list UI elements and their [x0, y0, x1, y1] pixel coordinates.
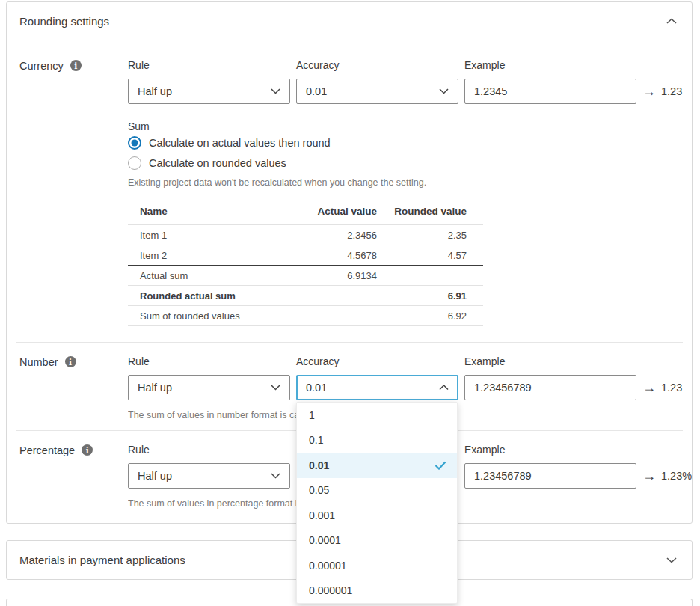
chevron-down-icon	[271, 385, 280, 391]
number-label-group: Number i	[19, 355, 128, 368]
rounding-example-table: Name Actual value Rounded value Item 1 2…	[128, 198, 483, 326]
number-rule-value: Half up	[138, 382, 172, 394]
check-icon	[435, 461, 446, 470]
option-label: 0.0001	[309, 534, 341, 546]
cell-rounded: 6.92	[377, 310, 467, 322]
percentage-example-input[interactable]	[464, 463, 636, 489]
info-icon[interactable]: i	[65, 356, 76, 367]
example-label: Example	[464, 444, 636, 456]
table-row: Actual sum 6.9134	[128, 266, 483, 286]
table-row: Rounded actual sum 6.91	[128, 286, 483, 306]
cell-actual: 6.9134	[268, 270, 377, 281]
chevron-down-icon[interactable]	[666, 557, 677, 563]
accuracy-option-selected[interactable]: 0.01	[297, 453, 457, 478]
percentage-label-group: Percentage i	[19, 444, 128, 456]
sum-note: Existing project data won't be recalcula…	[128, 177, 682, 189]
radio-actual-then-round[interactable]: Calculate on actual values then round	[128, 135, 682, 150]
chevron-down-icon	[271, 88, 280, 94]
rule-label: Rule	[128, 444, 290, 456]
arrow-right-icon: →	[642, 381, 656, 394]
accuracy-label: Accuracy	[296, 59, 458, 72]
accuracy-option[interactable]: 1	[297, 403, 457, 428]
info-icon[interactable]: i	[82, 444, 93, 456]
number-rule-select[interactable]: Half up	[128, 375, 290, 400]
number-result-value: 1.23	[661, 382, 682, 394]
option-label: 0.00001	[309, 560, 347, 572]
cell-rounded: 6.91	[377, 290, 467, 302]
accuracy-option[interactable]: 0.1	[297, 428, 457, 453]
materials-title: Materials in payment applications	[19, 554, 185, 566]
radio-unselected-icon[interactable]	[128, 156, 141, 170]
number-fields: Rule Half up Accuracy 0.01	[128, 355, 682, 400]
accuracy-option[interactable]: 0.0001	[297, 528, 457, 554]
rounding-settings-title: Rounding settings	[19, 15, 109, 28]
currency-content: Rule Half up Accuracy 0.01	[128, 59, 682, 342]
accuracy-dropdown-menu: 1 0.1 0.01 0.05 0.001 0.0001 0.00001 0.0…	[296, 402, 458, 604]
currency-accuracy-value: 0.01	[306, 85, 327, 97]
table-row: Item 1 2.3456 2.35	[128, 225, 483, 245]
example-label: Example	[464, 59, 636, 72]
chevron-down-icon	[439, 88, 449, 94]
col-actual-value: Actual value	[268, 206, 377, 217]
percentage-result-value: 1.23%	[661, 470, 692, 482]
number-accuracy-select-open[interactable]: 0.01	[296, 375, 458, 400]
currency-example-result: → 1.23	[642, 79, 682, 104]
cell-name: Sum of rounded values	[128, 310, 268, 322]
chevron-down-icon	[271, 473, 280, 479]
currency-example-input[interactable]	[464, 79, 636, 104]
accuracy-option[interactable]: 0.00001	[297, 553, 457, 578]
chevron-up-icon	[439, 385, 449, 391]
cell-name: Item 2	[128, 250, 268, 261]
example-label: Example	[464, 355, 636, 368]
currency-rule-select[interactable]: Half up	[128, 79, 290, 104]
radio-label: Calculate on rounded values	[149, 157, 286, 169]
currency-accuracy-select[interactable]: 0.01	[296, 79, 458, 104]
option-label: 0.000001	[309, 584, 352, 596]
col-rounded-value: Rounded value	[377, 206, 467, 217]
radio-selected-icon[interactable]	[128, 136, 141, 150]
radio-rounded-values[interactable]: Calculate on rounded values	[128, 156, 682, 171]
currency-label: Currency	[19, 60, 64, 72]
cell-rounded: 2.35	[377, 230, 467, 241]
option-label: 0.001	[309, 509, 335, 521]
accuracy-option[interactable]: 0.001	[297, 503, 457, 528]
table-header-row: Name Actual value Rounded value	[128, 198, 483, 225]
option-label: 1	[309, 409, 315, 421]
option-label: 0.1	[309, 434, 323, 446]
rule-label: Rule	[128, 59, 290, 72]
cell-rounded: 4.57	[377, 250, 467, 261]
currency-result-value: 1.23	[661, 85, 682, 97]
currency-rule-value: Half up	[138, 85, 172, 97]
arrow-right-icon: →	[642, 469, 656, 483]
number-example-input[interactable]	[464, 375, 636, 400]
accuracy-option[interactable]: 0.000001	[297, 578, 457, 604]
rounding-settings-header[interactable]: Rounding settings	[7, 2, 692, 40]
table-row: Sum of rounded values 6.92	[128, 306, 483, 326]
currency-section: Currency i Rule Half up	[7, 40, 692, 342]
percentage-rule-value: Half up	[138, 470, 172, 482]
arrow-right-icon: →	[642, 85, 656, 98]
currency-label-group: Currency i	[19, 59, 128, 72]
percentage-example-result: → 1.23%	[642, 463, 692, 489]
percentage-rule-select[interactable]: Half up	[128, 463, 290, 489]
number-accuracy-value: 0.01	[306, 382, 327, 394]
info-icon[interactable]: i	[70, 60, 82, 71]
currency-fields: Rule Half up Accuracy 0.01	[128, 59, 682, 104]
option-label: 0.01	[309, 459, 329, 471]
option-label: 0.05	[309, 484, 329, 496]
sum-label: Sum	[128, 120, 682, 133]
cell-name: Actual sum	[128, 270, 268, 281]
number-example-result: → 1.23	[642, 375, 682, 400]
settings-page: Rounding settings Currency i Rule Half u…	[0, 0, 700, 606]
accuracy-option[interactable]: 0.05	[297, 478, 457, 504]
accuracy-label: Accuracy	[296, 355, 458, 368]
sum-radio-group: Calculate on actual values then round Ca…	[128, 135, 682, 171]
col-name: Name	[128, 206, 268, 217]
table-row: Item 2 4.5678 4.57	[128, 245, 483, 266]
chevron-up-icon[interactable]	[666, 18, 677, 25]
radio-label: Calculate on actual values then round	[149, 137, 331, 149]
cell-actual: 4.5678	[268, 250, 377, 261]
percentage-label: Percentage	[19, 444, 75, 456]
cell-actual: 2.3456	[268, 230, 377, 241]
cell-name: Item 1	[128, 230, 268, 241]
